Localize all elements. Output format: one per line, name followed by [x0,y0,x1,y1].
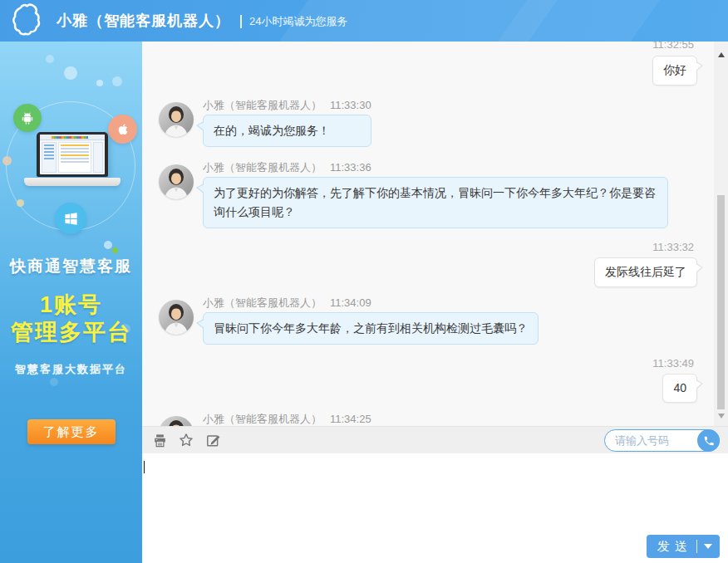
send-divider [696,540,697,553]
bot-message-meta: 小雅（智能客服机器人）11:34:25 [203,412,562,426]
decor-dot [17,199,24,207]
message-scroll-area: 11:32:55你好小雅（智能客服机器人）11:33:30在的，竭诚为您服务！小… [142,42,714,426]
decor-bubble [112,76,122,86]
evaluate-icon[interactable] [204,432,221,448]
decor-bubble [96,80,103,86]
arrow-up-icon [718,52,725,57]
user-message-row: 40 [142,374,714,404]
bot-message-row: 小雅（智能客服机器人）11:33:36为了更好的为你解答，先了解下你的基本情况，… [142,160,714,228]
bot-name-label: 小雅（智能客服机器人） [203,413,322,425]
arrow-down-icon [718,414,725,419]
window-title: 小雅（智能客服机器人） [57,11,230,31]
bot-message-bubble: 冒昧问下你今年多大年龄，之前有到相关机构检测过毛囊吗？ [203,312,539,345]
dropdown-arrow-icon[interactable] [704,544,712,549]
printer-icon[interactable] [151,432,168,448]
bot-message-content: 小雅（智能客服机器人）11:33:36为了更好的为你解答，先了解下你的基本情况，… [203,160,668,228]
phone-number-input[interactable] [605,434,697,447]
bot-name-label: 小雅（智能客服机器人） [203,161,322,174]
send-button-label: 发 送 [657,539,688,555]
bot-message-content: 小雅（智能客服机器人）11:34:25目前是出现发际线后移的情况吗？有没有采用过… [203,412,562,426]
phone-icon [703,435,715,447]
learn-more-button[interactable]: 了解更多 [27,419,116,444]
phone-number-widget [604,429,720,452]
message-time: 11:34:25 [330,413,371,425]
message-list: 11:32:55你好小雅（智能客服机器人）11:33:30在的，竭诚为您服务！小… [142,42,714,426]
chat-scrollbar[interactable] [714,42,728,426]
user-message-row: 你好 [142,56,714,86]
bot-name-label: 小雅（智能客服机器人） [203,296,322,309]
apple-icon [108,115,137,144]
sidebar-brand-title: 快商通智慧客服 [0,256,142,277]
bot-name-label: 小雅（智能客服机器人） [203,99,322,111]
bot-message-bubble: 在的，竭诚为您服务！ [203,115,371,147]
bot-avatar [159,416,194,426]
user-message-bubble: 发际线往后延了 [594,257,697,287]
laptop-illustration [37,132,108,177]
slogan-line-2: 管理多平台 [0,319,142,346]
message-time: 11:33:30 [330,99,371,111]
bot-message-bubble: 为了更好的为你解答，先了解下你的基本情况，冒昧问一下你今年多大年纪？你是要咨询什… [203,177,668,228]
text-cursor [144,461,145,473]
send-button[interactable]: 发 送 [647,535,720,558]
scroll-up-button[interactable] [714,48,728,61]
message-time: 11:34:09 [330,296,371,309]
bot-avatar [159,300,194,335]
sidebar-tagline: 智慧客服大数据平台 [0,362,142,377]
bot-avatar [159,164,194,199]
sidebar-slogan: 1账号 管理多平台 [0,291,142,346]
call-button[interactable] [697,429,720,452]
bot-message-meta: 小雅（智能客服机器人）11:33:36 [203,160,668,175]
app-header: 小雅（智能客服机器人） 24小时竭诚为您服务 [0,0,728,42]
decor-bubble [64,66,77,80]
bot-message-row: 小雅（智能客服机器人）11:33:30在的，竭诚为您服务！ [142,98,714,147]
timestamp: 11:33:49 [142,356,714,371]
decor-dot [112,247,118,253]
message-time: 11:33:36 [330,161,371,174]
message-input[interactable] [142,453,728,530]
bot-message-meta: 小雅（智能客服机器人）11:33:30 [203,98,371,113]
mascot-outline-icon [8,2,47,41]
android-icon [13,104,42,132]
decor-dot [2,156,12,165]
bot-message-row: 小雅（智能客服机器人）11:34:25目前是出现发际线后移的情况吗？有没有采用过… [142,412,714,426]
decor-bubble [50,378,58,386]
user-message-row: 发际线往后延了 [142,257,714,287]
windows-icon [55,203,86,234]
slogan-line-1: 1账号 [0,291,142,319]
bot-avatar [159,102,194,137]
bot-message-meta: 小雅（智能客服机器人）11:34:09 [203,296,539,311]
favorite-star-icon[interactable] [178,432,194,448]
bot-message-content: 小雅（智能客服机器人）11:33:30在的，竭诚为您服务！ [203,98,371,147]
laptop-base [24,178,121,186]
decor-bubble [46,55,54,63]
scroll-down-button[interactable] [714,409,728,423]
decor-bubble [104,241,112,249]
chat-toolbar [142,426,728,453]
bot-message-content: 小雅（智能客服机器人）11:34:09冒昧问下你今年多大年龄，之前有到相关机构检… [203,296,539,345]
user-message-bubble: 你好 [652,56,697,86]
header-divider [240,15,242,28]
timestamp: 11:33:32 [142,240,714,255]
scrollbar-thumb[interactable] [717,195,725,409]
chat-panel: 11:32:55你好小雅（智能客服机器人）11:33:30在的，竭诚为您服务！小… [142,42,728,563]
header-subtitle: 24小时竭诚为您服务 [249,14,347,29]
composer: 发 送 [142,453,728,563]
bot-message-row: 小雅（智能客服机器人）11:34:09冒昧问下你今年多大年龄，之前有到相关机构检… [142,296,714,345]
user-message-bubble: 40 [662,374,697,404]
promo-sidebar: 快商通智慧客服 1账号 管理多平台 智慧客服大数据平台 了解更多 [0,42,142,563]
timestamp: 11:32:55 [142,42,714,52]
